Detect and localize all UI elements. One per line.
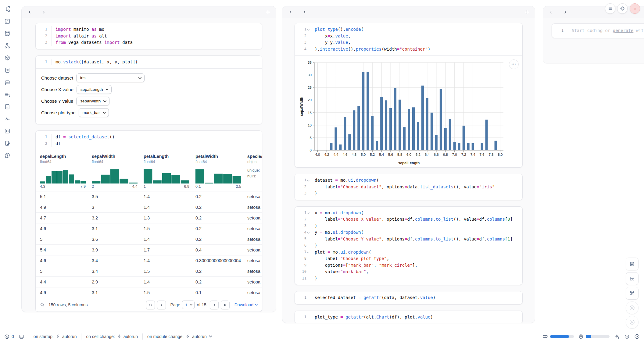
terminal-button[interactable] — [19, 334, 24, 339]
sitemap-icon[interactable] — [4, 43, 10, 49]
last-page-button[interactable] — [221, 301, 230, 309]
table-cell: 3.6 — [92, 237, 144, 242]
prev-page-button[interactable] — [157, 301, 166, 309]
layout-button[interactable] — [626, 272, 639, 285]
package-icon[interactable] — [4, 55, 10, 61]
table-cell: 0.2 — [195, 269, 247, 274]
fold-icon[interactable] — [306, 210, 310, 216]
table-cell: 1.3 — [144, 216, 195, 220]
column-right-header — [543, 6, 644, 18]
table-cell: 4.4 — [40, 280, 92, 284]
table-footer: 150 rows, 5 columns Page 1 of 15 — [36, 298, 262, 312]
code-editor[interactable]: 1import marimo as mo2import altair as al… — [36, 23, 262, 49]
code-editor-placeholder[interactable]: 1Start coding or generate with — [552, 24, 644, 38]
table-cell: 3.5 — [92, 194, 144, 199]
code-line: 1x = mo.ui.dropdown( — [299, 210, 518, 216]
save-button[interactable] — [626, 258, 639, 270]
table-row: 53.41.50.2setosa — [36, 266, 262, 276]
svg-text:7.0: 7.0 — [452, 153, 457, 156]
prev-cell-icon[interactable] — [27, 10, 32, 15]
on-startup-setting[interactable]: on startup: autorun — [34, 334, 77, 339]
column-header-sepalWidth[interactable]: sepalWidthfloat6424.4 — [92, 154, 144, 191]
fold-icon[interactable] — [306, 229, 310, 236]
fold-icon[interactable] — [306, 26, 310, 33]
first-page-button[interactable] — [146, 301, 155, 309]
code-editor[interactable]: 1plot_type = getattr(alt.Chart(df), plot… — [295, 311, 522, 323]
ai-sparkle-button[interactable] — [614, 334, 620, 339]
dropdown-x[interactable]: sepalLength — [77, 85, 112, 94]
chart-actions-button[interactable]: ••• — [509, 59, 519, 69]
code-line: 4).interactive().properties(width="conta… — [299, 46, 518, 53]
page-select[interactable]: 1 — [182, 301, 195, 309]
on-module-change-setting[interactable]: on module change: autorun — [147, 334, 212, 339]
dropdown-dataset[interactable]: iris — [76, 73, 145, 82]
table-cell: 4.9 — [40, 205, 92, 210]
scratchpad-icon[interactable] — [4, 140, 10, 146]
code-editor[interactable]: 1df = selected_dataset()2df — [36, 131, 262, 150]
document-icon[interactable] — [4, 104, 10, 110]
dropdown-y[interactable]: sepalWidth — [76, 97, 109, 105]
next-cell-icon[interactable] — [302, 10, 307, 15]
dropdown-plot[interactable]: mark_bar — [79, 108, 109, 117]
prev-cell-icon[interactable] — [288, 10, 293, 15]
table-row: 53.61.40.2setosa — [36, 234, 262, 244]
error-count[interactable]: 0 — [4, 334, 14, 339]
activity-icon[interactable] — [4, 116, 10, 122]
table-cell: 2.9 — [92, 280, 144, 284]
function-icon[interactable] — [4, 18, 10, 24]
table-cell: 1.4 — [144, 237, 195, 242]
fold-icon[interactable] — [306, 249, 310, 256]
download-button[interactable]: Download — [234, 302, 258, 307]
next-cell-icon[interactable] — [563, 10, 567, 15]
search-list-icon[interactable] — [4, 91, 10, 98]
script-icon[interactable] — [4, 67, 10, 73]
help-icon[interactable] — [4, 152, 10, 159]
code-editor[interactable]: 1x = mo.ui.dropdown(2 label="Choose X va… — [295, 207, 522, 285]
svg-text:4.8: 4.8 — [352, 153, 356, 156]
next-cell-icon[interactable] — [41, 10, 46, 15]
column-header-petalLength[interactable]: petalLengthfloat6416.9 — [144, 154, 195, 191]
close-button[interactable] — [630, 3, 640, 14]
code-line: 2 x=x.value, — [299, 33, 518, 40]
next-page-button[interactable] — [210, 301, 219, 309]
cell-dataframe: 1df = selected_dataset()2df sepalLengthf… — [35, 130, 262, 312]
connection-status-button[interactable] — [634, 334, 640, 339]
dropdown-label-x: Choose X value — [41, 87, 73, 92]
column-header-petalWidth[interactable]: petalWidthfloat640.12.5 — [195, 154, 247, 191]
database-icon[interactable] — [4, 30, 10, 37]
svg-text:4.2: 4.2 — [324, 153, 329, 156]
copilot-button[interactable] — [624, 334, 630, 339]
fold-icon[interactable] — [306, 177, 310, 184]
file-tree-icon[interactable] — [4, 6, 10, 12]
table-cell: setosa — [247, 216, 262, 220]
chevron-down-icon — [209, 335, 212, 338]
svg-text:7.8: 7.8 — [489, 153, 494, 156]
column-header-sepalLength[interactable]: sepalLengthfloat644.37.9 — [40, 154, 92, 191]
table-cell: 3 — [92, 205, 144, 210]
on-cell-change-setting[interactable]: on cell change: autorun — [86, 334, 138, 339]
svg-text:5.2: 5.2 — [370, 153, 375, 156]
table-cell: 4.7 — [40, 216, 92, 220]
code-editor[interactable]: 1dataset = mo.ui.dropdown(2 label="Choos… — [295, 174, 522, 200]
code-line: 11) — [299, 275, 518, 282]
svg-text:4.6: 4.6 — [342, 153, 347, 156]
prev-cell-icon[interactable] — [549, 10, 553, 15]
cpu-usage — [578, 334, 610, 339]
chat-bot-icon[interactable] — [4, 79, 10, 85]
code-editor[interactable]: 1selected_dataset = getattr(data, datase… — [295, 291, 522, 304]
add-cell-button[interactable] — [266, 10, 270, 15]
search-icon[interactable] — [40, 302, 45, 307]
code-editor[interactable]: 1mo.vstack([dataset, x, y, plot]) — [36, 56, 262, 69]
add-cell-button[interactable] — [524, 10, 529, 15]
table-cell: 3.1 — [92, 226, 144, 231]
keyboard-shortcuts-button[interactable] — [626, 287, 639, 300]
run-button[interactable] — [626, 316, 639, 329]
control-row: Choose plot typemark_bar — [41, 108, 256, 117]
menu-button[interactable] — [605, 3, 615, 14]
code-line: 5 label="Choose Y value", options=df.col… — [299, 236, 518, 243]
stop-button[interactable] — [626, 301, 639, 314]
settings-button[interactable] — [617, 3, 628, 14]
code-snippet-icon[interactable] — [4, 128, 10, 134]
code-editor[interactable]: 1plot_type().encode(2 x=x.value,3 y=y.va… — [295, 23, 522, 55]
column-header-species[interactable]: speciesobjectunique:nulls: — [247, 154, 262, 191]
